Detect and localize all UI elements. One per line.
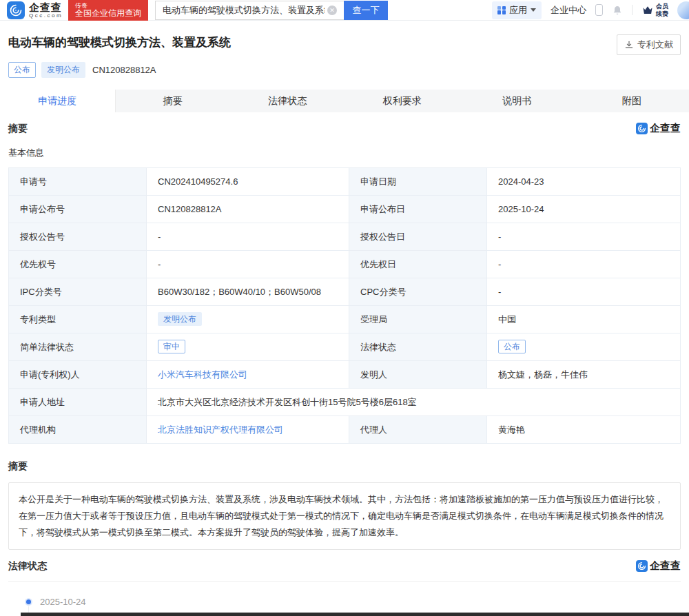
field-label: IPC分类号 [9, 278, 147, 306]
badge-row: 公布 发明公布 CN120828812A [8, 62, 681, 77]
field-value: 审中 [147, 333, 349, 361]
tab-3[interactable]: 法律状态 [230, 90, 345, 112]
patent-type-badge: 发明公布 [41, 62, 85, 78]
basic-info-table: 申请号CN202410495274.6申请日期2024-04-23申请公布号CN… [8, 167, 681, 444]
search-input[interactable] [155, 1, 344, 20]
bottom-edge-bar [21, 613, 689, 616]
summary-section-title: 摘要 [8, 123, 28, 135]
table-row: IPC分类号B60W30/182；B60W40/10；B60W50/08CPC分… [9, 278, 681, 306]
mobile-app-icon[interactable] [595, 4, 603, 16]
field-value: - [487, 223, 681, 251]
avatar[interactable] [677, 1, 689, 19]
search-clear-icon[interactable]: ✕ [327, 6, 337, 15]
status-badge: 公布 [8, 62, 36, 78]
brand-ribbon: 传奇 全国企业信用查询 [68, 0, 148, 21]
status-badge: 公布 [498, 340, 526, 353]
top-bar: 企查查 Qcc.com 传奇 全国企业信用查询 ✕ 查一下 应用 企业中心 [0, 0, 689, 21]
legal-status-section-title: 法律状态 [8, 560, 47, 573]
field-value: - [147, 251, 349, 278]
field-value: 中国 [487, 306, 681, 333]
table-row: 简单法律状态审中法律状态公布 [9, 333, 681, 361]
field-value: CN120828812A [147, 196, 349, 223]
nav-divider [632, 5, 633, 15]
tab-2[interactable]: 摘要 [116, 90, 231, 112]
tab-4[interactable]: 权利要求 [345, 90, 460, 112]
table-row: 申请公布号CN120828812A申请公布日2025-10-24 [9, 196, 681, 223]
field-value: 发明公布 [147, 306, 349, 333]
field-label: 申请号 [9, 168, 147, 196]
summary-section-header: 摘要 企查查 [8, 122, 681, 135]
member-text: 会员 续费 [656, 3, 668, 18]
patent-document-button[interactable]: 专利文献 [617, 34, 681, 55]
field-label: 专利类型 [9, 306, 147, 333]
tab-bar: 申请进度摘要法律状态权利要求说明书附图 [0, 90, 689, 112]
field-value: 北京市大兴区北京经济技术开发区科创十街15号院5号楼6层618室 [147, 389, 681, 416]
table-row: 优先权号-优先权日- [9, 251, 681, 278]
main-content: 摘要 企查查 基本信息 申请号CN202410495274.6申请日期2024-… [0, 122, 689, 616]
apps-grid-icon [497, 6, 506, 14]
field-value: - [487, 251, 681, 278]
field-label: 发明人 [349, 361, 487, 389]
table-row: 授权公告号-授权公告日- [9, 223, 681, 251]
publication-number: CN120828812A [92, 65, 156, 75]
qcc-watermark: 企查查 [636, 559, 681, 573]
tab-6[interactable]: 附图 [575, 90, 689, 112]
brand-domain: Qcc.com [29, 13, 63, 19]
qcc-watermark-icon [636, 560, 648, 572]
search-button[interactable]: 查一下 [344, 1, 388, 20]
field-value: B60W30/182；B60W40/10；B60W50/08 [147, 278, 349, 306]
field-label: 授权公告号 [9, 223, 147, 251]
bell-icon[interactable] [612, 5, 623, 16]
brand-block[interactable]: 企查查 Qcc.com [29, 2, 63, 19]
top-nav: 应用 企业中心 会员 续费 [492, 1, 689, 19]
table-row: 申请(专利权)人小米汽车科技有限公司发明人杨文婕，杨磊，牛佳伟 [9, 361, 681, 389]
entity-link[interactable]: 小米汽车科技有限公司 [158, 369, 247, 380]
download-icon [624, 40, 634, 50]
qcc-watermark-icon [636, 123, 648, 134]
field-label: 优先权日 [349, 251, 487, 278]
tab-5[interactable]: 说明书 [460, 90, 575, 112]
search-box: ✕ 查一下 [155, 1, 388, 20]
field-value: - [487, 278, 681, 306]
qcc-logo-icon[interactable] [7, 1, 25, 19]
table-row: 专利类型发明公布受理局中国 [9, 306, 681, 333]
field-value: 杨文婕，杨磊，牛佳伟 [487, 361, 681, 389]
apps-label: 应用 [509, 4, 527, 17]
member-renew-button[interactable]: 会员 续费 [641, 3, 668, 18]
brand-name: 企查查 [29, 2, 63, 12]
ribbon-line2: 全国企业信用查询 [75, 9, 141, 19]
field-value: CN202410495274.6 [147, 168, 349, 196]
field-label: 代理人 [349, 416, 487, 444]
section-divider [8, 581, 681, 582]
table-row: 申请人地址北京市大兴区北京经济技术开发区科创十街15号院5号楼6层618室 [9, 389, 681, 416]
field-label: 申请公布日 [349, 196, 487, 223]
field-value: 小米汽车科技有限公司 [147, 361, 349, 389]
title-row: 电动车辆的驾驶模式切换方法、装置及系统 专利文献 [8, 34, 681, 55]
field-value: 公布 [487, 333, 681, 361]
page-title: 电动车辆的驾驶模式切换方法、装置及系统 [8, 34, 231, 50]
status-badge: 审中 [158, 340, 185, 353]
field-label: 申请日期 [349, 168, 487, 196]
field-value: 2024-04-23 [487, 168, 681, 196]
field-label: 代理机构 [9, 416, 147, 444]
table-row: 代理机构北京法胜知识产权代理有限公司代理人黄海艳 [9, 416, 681, 444]
field-label: 优先权号 [9, 251, 147, 278]
enterprise-center-link[interactable]: 企业中心 [551, 4, 586, 17]
apps-menu[interactable]: 应用 [492, 1, 542, 19]
legal-status-section-header: 法律状态 企查查 [8, 559, 681, 573]
entity-link[interactable]: 北京法胜知识产权代理有限公司 [158, 424, 283, 435]
tab-1[interactable]: 申请进度 [0, 90, 116, 112]
chevron-down-icon [531, 8, 536, 12]
field-value: 2025-10-24 [487, 196, 681, 223]
field-label: 受理局 [349, 306, 487, 333]
field-label: 申请人地址 [9, 389, 147, 416]
field-label: CPC分类号 [349, 278, 487, 306]
field-value: 黄海艳 [487, 416, 681, 444]
crown-icon [641, 5, 654, 16]
field-label: 简单法律状态 [9, 333, 147, 361]
abstract-text: 本公开是关于一种电动车辆的驾驶模式切换方法、装置及系统，涉及电动车辆技术领域。其… [8, 482, 681, 550]
field-label: 授权公告日 [349, 223, 487, 251]
timeline-date: 2025-10-24 [40, 597, 681, 607]
field-value: 北京法胜知识产权代理有限公司 [147, 416, 349, 444]
field-label: 申请(专利权)人 [9, 361, 147, 389]
